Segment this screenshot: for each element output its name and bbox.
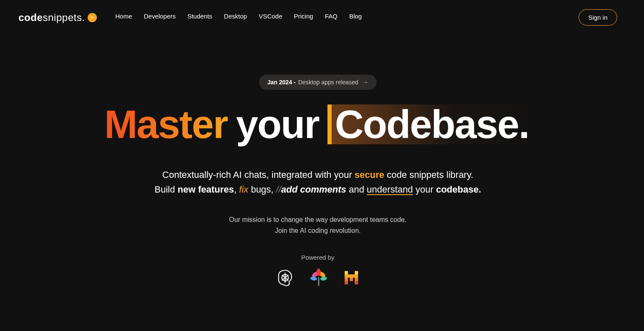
logo[interactable]: codesnippets.: [18, 12, 97, 23]
palm-icon: [309, 268, 328, 289]
mission-line2: Join the AI coding revolution.: [275, 227, 361, 234]
headline-your: your: [236, 104, 319, 144]
svg-rect-12: [345, 278, 348, 281]
subhead-understand: understand: [367, 184, 413, 195]
svg-point-5: [320, 276, 327, 281]
nav-home[interactable]: Home: [115, 13, 132, 20]
nav-pricing[interactable]: Pricing: [294, 13, 313, 20]
arrow-right-icon: →: [362, 79, 368, 86]
svg-point-4: [310, 276, 317, 281]
nav-developers[interactable]: Developers: [144, 13, 176, 20]
svg-rect-7: [355, 271, 358, 274]
subhead-text: bugs,: [248, 184, 276, 195]
subhead-secure: secure: [355, 169, 384, 180]
svg-rect-16: [355, 281, 358, 284]
hero-subhead: Contextually-rich AI chats, integrated w…: [0, 167, 636, 197]
svg-rect-10: [351, 274, 355, 278]
subhead-comments: add comments: [281, 184, 346, 195]
svg-rect-13: [350, 278, 353, 281]
subhead-text: Build: [155, 184, 178, 195]
mistral-icon: [343, 269, 360, 288]
svg-rect-9: [348, 274, 351, 278]
subhead-codebase: codebase.: [436, 184, 481, 195]
subhead-text: and: [346, 184, 367, 195]
powered-by-icons: [0, 268, 636, 289]
svg-rect-6: [345, 271, 348, 274]
nav-students[interactable]: Students: [187, 13, 212, 20]
logo-text: codesnippets.: [18, 12, 85, 23]
announcement-date: Jan 2024 -: [267, 79, 296, 86]
subhead-text: ,: [234, 184, 239, 195]
headline-codebase-wrap: Codebase.: [327, 104, 531, 144]
subhead-newfeatures: new features: [178, 184, 234, 195]
svg-rect-11: [355, 274, 358, 278]
powered-by-label: Powered by: [0, 254, 636, 261]
hero-section: Jan 2024 - Desktop apps released → Maste…: [0, 35, 636, 289]
site-header: codesnippets. Home Developers Students D…: [0, 0, 636, 35]
mission-line1: Our mission is to change the way develop…: [229, 216, 406, 223]
arrow-up-circle-icon: [88, 13, 97, 22]
svg-rect-8: [345, 274, 348, 278]
subhead-fix: fix: [239, 184, 248, 195]
svg-rect-14: [355, 278, 358, 281]
nav-faq[interactable]: FAQ: [325, 13, 338, 20]
announcement-pill[interactable]: Jan 2024 - Desktop apps released →: [259, 75, 377, 90]
mission-text: Our mission is to change the way develop…: [0, 214, 636, 236]
nav-blog[interactable]: Blog: [349, 13, 362, 20]
main-nav: Home Developers Students Desktop VSCode …: [115, 13, 362, 20]
subhead-text: Contextually-rich AI chats, integrated w…: [162, 169, 355, 180]
subhead-text: your: [413, 184, 436, 195]
announcement-text: Desktop apps released: [298, 79, 358, 86]
subhead-text: code snippets library.: [384, 169, 473, 180]
openai-icon: [276, 268, 294, 289]
nav-desktop[interactable]: Desktop: [224, 13, 247, 20]
subhead-comments-prefix: //: [276, 184, 281, 195]
headline-codebase: Codebase.: [335, 102, 529, 146]
nav-vscode[interactable]: VSCode: [259, 13, 282, 20]
sign-in-button[interactable]: Sign in: [579, 9, 617, 26]
svg-point-3: [317, 268, 321, 276]
headline-master: Master: [104, 104, 228, 144]
hero-headline: Master your Codebase.: [0, 104, 636, 144]
svg-rect-15: [345, 281, 348, 284]
